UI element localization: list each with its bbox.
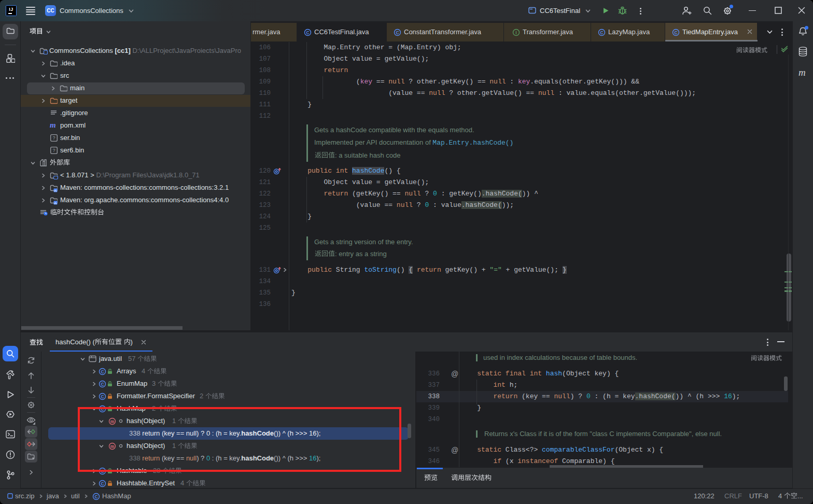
svg-text:C: C xyxy=(101,394,104,399)
svg-text:C: C xyxy=(101,369,104,374)
svg-text:C: C xyxy=(101,381,104,386)
svg-text:I: I xyxy=(515,30,516,35)
svg-text:C: C xyxy=(600,30,603,35)
svg-text:?: ? xyxy=(52,148,55,153)
svg-text:C: C xyxy=(674,30,677,35)
svg-text:?: ? xyxy=(52,135,55,141)
svg-text:C: C xyxy=(94,494,97,499)
svg-text:C: C xyxy=(306,30,309,35)
svg-text:C: C xyxy=(101,481,104,486)
svg-text:C: C xyxy=(396,30,399,35)
